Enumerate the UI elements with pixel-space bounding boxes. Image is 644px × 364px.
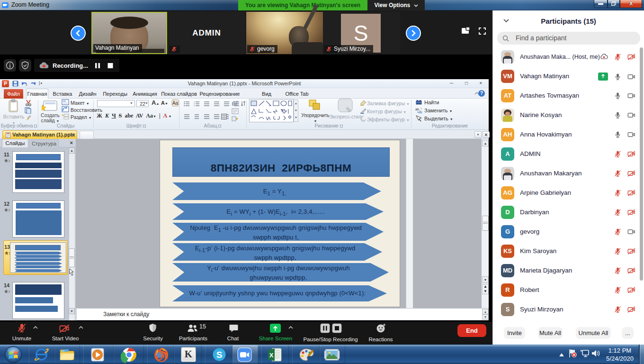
svg-text:Aa: Aa [172,100,179,106]
svg-text:X: X [269,352,274,359]
svg-text:S: S [216,350,223,360]
